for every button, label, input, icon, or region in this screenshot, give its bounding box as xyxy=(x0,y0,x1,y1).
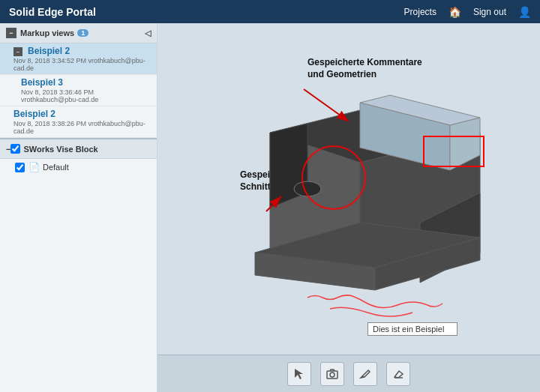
projects-link[interactable]: Projects xyxy=(404,7,436,17)
header: Solid Edge Portal Projects 🏠 Sign out 👤 xyxy=(0,0,540,23)
svg-marker-7 xyxy=(420,193,480,268)
label-text: Dies ist ein Beispiel xyxy=(373,325,444,334)
annotation-sections-text: GespeicherteSchnittansichten xyxy=(240,169,313,192)
beispiel2b-title: Beispiel 2 xyxy=(14,109,56,119)
beispiel2-meta: Nov 8, 2018 3:34:52 PM vrothkabuch@pbu-c… xyxy=(14,57,151,72)
annotation-comments-text: Gespeicherte Kommentareund Geometrien xyxy=(308,57,422,79)
folder-icon: 📄 xyxy=(28,162,40,172)
svg-point-20 xyxy=(330,373,334,377)
svg-marker-4 xyxy=(360,95,480,125)
beispiel2b-meta: Nov 8, 2018 3:38:26 PM vrothkabuch@pbu-c… xyxy=(14,120,151,135)
annotation-comments: Gespeicherte Kommentareund Geometrien xyxy=(308,57,428,80)
home-icon[interactable]: 🏠 xyxy=(448,6,461,18)
sign-out-link[interactable]: Sign out xyxy=(473,7,506,17)
markup-views-label: Markup views xyxy=(20,28,74,37)
header-nav: Projects 🏠 Sign out 👤 xyxy=(404,6,531,18)
svg-marker-3 xyxy=(270,124,308,208)
pencil-tool-btn[interactable] xyxy=(353,362,377,386)
svg-line-16 xyxy=(266,196,281,211)
markup-views-badge: 1 xyxy=(77,29,88,37)
svg-marker-5 xyxy=(360,103,450,170)
markup-views-header: − Markup views 1 ◁ xyxy=(0,23,157,43)
markup-item-beispiel2[interactable]: − Beispiel 2 Nov 8, 2018 3:34:52 PM vrot… xyxy=(0,43,157,75)
content-area: Gespeicherte Kommentareund Geometrien Ge… xyxy=(158,23,540,392)
markup-collapse-btn[interactable]: − xyxy=(6,28,16,38)
cursor-tool-btn[interactable] xyxy=(287,362,311,386)
markup-item-beispiel2b[interactable]: Beispiel 2 Nov 8, 2018 3:38:26 PM vrothk… xyxy=(0,106,157,138)
label-box: Dies ist ein Beispiel xyxy=(368,322,458,336)
svg-marker-11 xyxy=(375,238,480,290)
svg-marker-2 xyxy=(360,133,480,283)
svg-marker-1 xyxy=(270,133,360,283)
camera-tool-btn[interactable] xyxy=(320,362,344,386)
user-icon[interactable]: 👤 xyxy=(518,6,531,18)
sidebar: − Markup views 1 ◁ − Beispiel 2 Nov 8, 2… xyxy=(0,23,158,392)
main-layout: − Markup views 1 ◁ − Beispiel 2 Nov 8, 2… xyxy=(0,23,540,392)
annotation-sections: GespeicherteSchnittansichten xyxy=(240,169,338,193)
svg-rect-14 xyxy=(424,136,484,166)
views-section-header: − SWorks Vise Block xyxy=(0,138,157,159)
views-section-label: SWorks Vise Block xyxy=(23,145,98,154)
bottom-toolbar xyxy=(158,355,540,392)
svg-marker-10 xyxy=(255,253,375,290)
default-view-checkbox[interactable] xyxy=(15,163,25,172)
views-section-checkbox[interactable] xyxy=(10,144,20,154)
svg-marker-0 xyxy=(270,103,480,163)
default-view-item[interactable]: 📄 Default xyxy=(0,159,157,175)
svg-marker-8 xyxy=(420,238,480,283)
svg-marker-18 xyxy=(295,369,303,379)
svg-line-15 xyxy=(304,89,349,121)
markup-item-beispiel3[interactable]: Beispiel 3 Nov 8, 2018 3:36:46 PM vrothk… xyxy=(0,75,157,106)
svg-marker-6 xyxy=(450,118,480,170)
svg-marker-9 xyxy=(255,223,480,268)
beispiel3-meta: Nov 8, 2018 3:36:46 PM vrothkabuch@pbu-c… xyxy=(21,88,151,103)
beispiel2-title: Beispiel 2 xyxy=(28,46,70,56)
markup-arrow-icon: ◁ xyxy=(145,28,151,38)
app-logo: Solid Edge Portal xyxy=(9,6,404,18)
beispiel3-title: Beispiel 3 xyxy=(21,77,63,88)
beispiel2-collapse-btn[interactable]: − xyxy=(14,47,22,56)
eraser-tool-btn[interactable] xyxy=(386,362,410,386)
default-view-label: Default xyxy=(43,163,69,172)
